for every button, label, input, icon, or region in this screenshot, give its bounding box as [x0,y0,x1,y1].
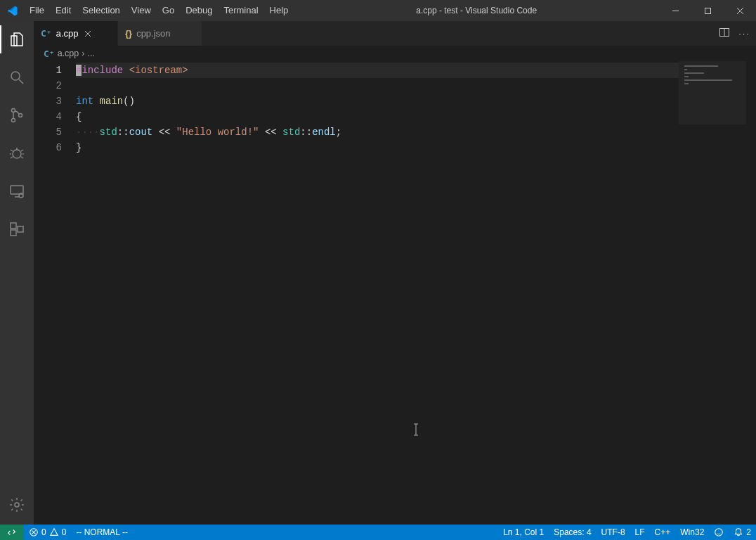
menu-selection[interactable]: Selection [77,0,125,21]
minimize-button[interactable] [659,0,691,21]
tab-a-cpp[interactable]: C⁺ a.cpp [34,21,118,46]
svg-point-6 [12,109,15,112]
cpp-file-icon: C⁺ [44,49,55,59]
activity-extensions-icon[interactable] [0,215,34,243]
activity-bar [0,21,34,525]
activity-remote-icon[interactable] [0,177,34,205]
main-area: C⁺ a.cpp {} cpp.json ··· C⁺ a.cpp › [0,21,756,525]
tab-actions: ··· [713,21,756,46]
cpp-file-icon: C⁺ [41,28,52,39]
editor-scrollbar[interactable] [746,61,756,525]
activity-search-icon[interactable] [0,63,34,91]
breadcrumb[interactable]: C⁺ a.cpp › ... [34,46,756,61]
svg-rect-13 [11,230,16,236]
svg-point-26 [715,529,723,536]
split-editor-icon[interactable] [719,27,730,40]
svg-line-5 [19,79,23,84]
activity-settings-icon[interactable] [0,491,34,519]
menu-debug[interactable]: Debug [180,0,218,21]
more-actions-icon[interactable]: ··· [738,28,750,39]
menu-bar: File Edit Selection View Go Debug Termin… [24,0,294,21]
svg-rect-14 [18,226,23,232]
status-notification-count: 2 [746,527,751,537]
status-eol[interactable]: LF [630,525,650,540]
status-cursor-position[interactable]: Ln 1, Col 1 [498,525,549,540]
activity-explorer-icon[interactable] [0,25,34,53]
status-bar: 0 0 -- NORMAL -- Ln 1, Col 1 Spaces: 4 U… [0,525,756,540]
json-file-icon: {} [125,28,132,39]
editor-tabs: C⁺ a.cpp {} cpp.json ··· [34,21,756,46]
maximize-button[interactable] [691,0,724,21]
menu-edit[interactable]: Edit [50,0,77,21]
svg-point-15 [15,503,19,507]
close-tab-icon[interactable] [82,28,93,39]
status-language[interactable]: C++ [650,525,676,540]
status-indentation[interactable]: Spaces: 4 [549,525,596,540]
window-title: a.cpp - test - Visual Studio Code [294,6,659,15]
editor-group: C⁺ a.cpp {} cpp.json ··· C⁺ a.cpp › [34,21,756,525]
tab-label: cpp.json [136,28,170,39]
activity-scm-icon[interactable] [0,101,34,129]
line-numbers: 123456 [34,61,76,525]
breadcrumb-rest: ... [87,49,94,58]
menu-view[interactable]: View [126,0,157,21]
svg-point-7 [12,119,15,122]
status-warning-count: 0 [62,527,67,537]
menu-terminal[interactable]: Terminal [218,0,263,21]
menu-go[interactable]: Go [157,0,180,21]
status-problems[interactable]: 0 0 [24,525,71,540]
code-editor[interactable]: 123456 #include <iostream>int main(){···… [34,61,756,525]
window-controls [659,0,756,21]
close-button[interactable] [724,0,756,21]
status-feedback-icon[interactable] [709,525,729,540]
svg-rect-10 [11,186,23,194]
status-platform[interactable]: Win32 [675,525,709,540]
status-encoding[interactable]: UTF-8 [597,525,630,540]
title-bar: File Edit Selection View Go Debug Termin… [0,0,756,21]
svg-rect-1 [705,8,710,13]
menu-file[interactable]: File [24,0,50,21]
svg-point-8 [19,114,22,117]
status-remote-icon[interactable] [0,525,24,540]
code-content[interactable]: #include <iostream>int main(){····std::c… [76,61,679,525]
status-error-count: 0 [41,527,46,537]
breadcrumb-file: a.cpp [58,49,79,58]
vscode-logo-icon [0,5,24,17]
svg-point-4 [11,72,20,80]
svg-rect-12 [11,223,16,229]
svg-point-9 [13,150,21,158]
status-vim-mode[interactable]: -- NORMAL -- [71,525,133,540]
tab-label: a.cpp [56,28,79,39]
tab-cpp-json[interactable]: {} cpp.json [118,21,202,46]
status-notifications[interactable]: 2 [729,525,756,540]
activity-debug-icon[interactable] [0,139,34,167]
breadcrumb-separator: › [82,49,84,58]
menu-help[interactable]: Help [264,0,294,21]
minimap[interactable] [679,61,746,525]
